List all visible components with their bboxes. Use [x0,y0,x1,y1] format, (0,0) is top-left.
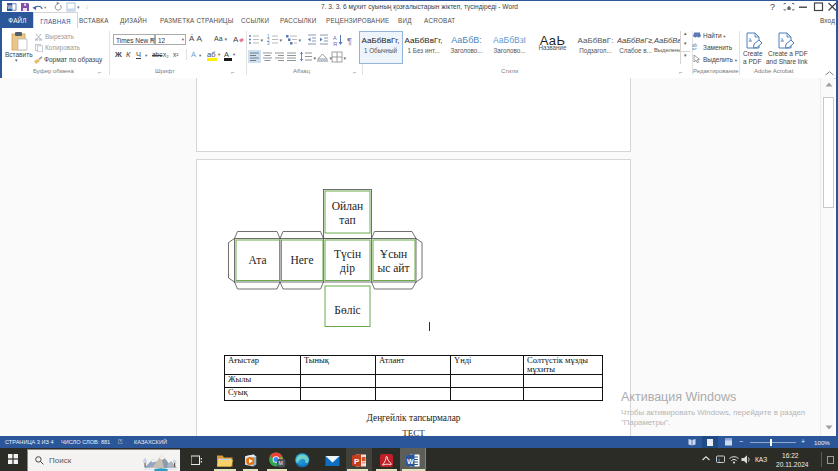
svg-text:Ұсын: Ұсын [380,248,407,260]
svg-text:Ата: Ата [248,254,266,266]
svg-text:А: А [233,35,239,44]
svg-text:▾: ▾ [314,55,317,61]
svg-text:M: M [279,460,283,466]
svg-text:Неге: Неге [290,254,313,266]
svg-text:⁝: ⁝ [86,4,88,10]
svg-text:▾: ▾ [299,37,302,43]
svg-text:Түсін: Түсін [334,248,361,261]
svg-text:Ойлан: Ойлан [332,200,363,212]
svg-text:тап: тап [339,214,355,226]
svg-text:ыс айт: ыс айт [378,262,410,274]
svg-text:ac: ac [692,47,698,50]
svg-text:¶: ¶ [347,36,352,46]
svg-text:W: W [7,4,13,10]
svg-text:дір: дір [340,262,355,275]
svg-text:▾: ▾ [344,55,347,61]
svg-text:▾: ▾ [77,4,80,10]
svg-text:▾: ▾ [261,37,264,43]
svg-text:P: P [354,457,360,466]
svg-text:3: 3 [267,41,270,46]
svg-text:W: W [407,458,414,465]
svg-text:i: i [719,457,720,463]
svg-text:Бөліс: Бөліс [334,304,360,316]
svg-text:▾: ▾ [44,5,47,10]
svg-text:?: ? [770,2,775,12]
svg-text:▾: ▾ [280,37,283,43]
svg-text:Я: Я [333,41,337,47]
